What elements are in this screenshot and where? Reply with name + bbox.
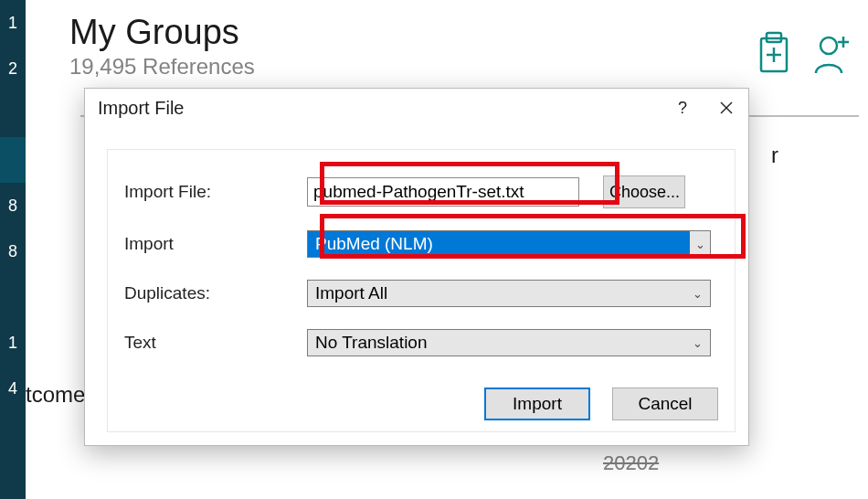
help-button[interactable]: ?: [661, 89, 704, 127]
reference-count: 19,495 References: [69, 54, 868, 80]
chevron-down-icon: ⌄: [693, 336, 703, 350]
text-translation-dropdown[interactable]: No Translation ⌄: [307, 329, 711, 356]
close-icon: [719, 101, 734, 115]
left-sidebar: 1 2 8 8 1 4: [0, 0, 26, 499]
duplicates-row: Duplicates: Import All ⌄: [124, 280, 718, 307]
sidebar-item[interactable]: 4: [0, 366, 26, 411]
cancel-button[interactable]: Cancel: [612, 388, 718, 420]
import-file-input[interactable]: [307, 177, 579, 207]
duplicates-label: Duplicates:: [124, 283, 307, 303]
dialog-buttons: Import Cancel: [484, 388, 718, 420]
add-user-icon[interactable]: [813, 31, 852, 75]
chevron-down-icon: ⌄: [690, 231, 710, 257]
choose-button[interactable]: Choose...: [603, 175, 685, 208]
sidebar-item[interactable]: 1: [0, 320, 26, 366]
import-file-label: Import File:: [124, 182, 307, 202]
background-text: r: [771, 143, 778, 168]
chevron-down-icon: ⌄: [693, 287, 703, 301]
text-label: Text: [124, 333, 307, 353]
import-option-value: PubMed (NLM): [315, 234, 433, 254]
sidebar-item[interactable]: [0, 274, 26, 320]
dialog-titlebar: Import File ?: [85, 89, 748, 127]
svg-point-4: [820, 37, 837, 54]
import-option-row: Import PubMed (NLM) ⌄: [124, 230, 718, 258]
import-option-dropdown[interactable]: PubMed (NLM) ⌄: [307, 230, 711, 258]
background-number: 20202: [603, 451, 659, 475]
sidebar-item[interactable]: 1: [0, 0, 26, 46]
sidebar-item[interactable]: [0, 91, 26, 137]
import-option-label: Import: [124, 234, 307, 254]
close-button[interactable]: [704, 89, 748, 127]
import-button[interactable]: Import: [484, 388, 590, 420]
sidebar-item[interactable]: 2: [0, 46, 26, 91]
duplicates-dropdown[interactable]: Import All ⌄: [307, 280, 711, 307]
dialog-title: Import File: [98, 98, 184, 119]
dialog-body: Import File: Choose... Import PubMed (NL…: [107, 149, 736, 432]
text-row: Text No Translation ⌄: [124, 329, 718, 356]
sidebar-item[interactable]: [0, 137, 26, 183]
duplicates-value: Import All: [315, 283, 387, 303]
page-title: My Groups: [69, 13, 868, 52]
clipboard-add-icon[interactable]: [755, 31, 793, 75]
import-file-dialog: Import File ? Import File: Choose... Imp…: [84, 88, 749, 446]
import-file-row: Import File: Choose...: [124, 175, 718, 208]
header-actions: [755, 31, 852, 75]
text-value: No Translation: [315, 333, 428, 353]
sidebar-item[interactable]: 8: [0, 183, 26, 228]
sidebar-item[interactable]: 8: [0, 228, 26, 274]
